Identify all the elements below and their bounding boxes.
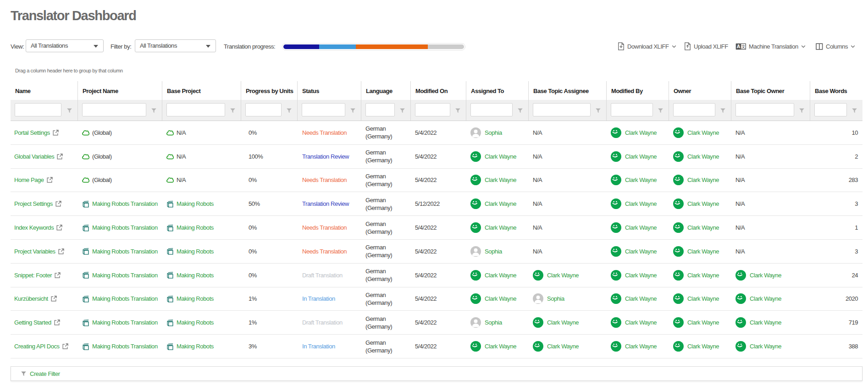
svg-text:文: 文 <box>741 44 746 49</box>
svg-text:A: A <box>737 44 741 49</box>
